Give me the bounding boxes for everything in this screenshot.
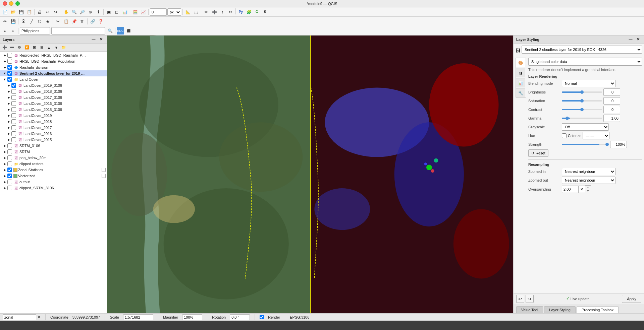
layer-item-pop-below[interactable]: ▶ 🖼 pop_below_20m xyxy=(0,155,107,161)
add-point-btn[interactable]: ⦿ xyxy=(20,18,27,25)
layer-check-rajshahi[interactable] xyxy=(7,65,12,70)
print-button[interactable]: 🖨 xyxy=(36,8,43,16)
save-as-button[interactable]: 📋 xyxy=(25,8,33,16)
saturation-spinbox[interactable] xyxy=(603,97,620,105)
zoom-out-button[interactable]: 🔎 xyxy=(78,8,86,16)
brightness-spinbox[interactable] xyxy=(603,88,620,96)
colorize-checkbox[interactable] xyxy=(562,133,567,138)
tab-renderer[interactable]: 🎨 xyxy=(516,58,525,67)
minimize-button[interactable] xyxy=(9,1,13,6)
layer-check-lc2019[interactable] xyxy=(11,113,16,118)
layer-expand-lc2017-3106[interactable]: ▶ xyxy=(7,95,11,100)
pan-button[interactable]: ✋ xyxy=(62,8,70,16)
rotation-input[interactable] xyxy=(230,314,250,320)
snap-value-input[interactable] xyxy=(150,8,167,16)
snap-unit-select[interactable]: px m km xyxy=(167,8,181,16)
layer-expand-vectorized[interactable]: ▶ xyxy=(3,174,7,178)
layer-check-clipped-rasters[interactable] xyxy=(7,161,12,166)
layer-expand-srtm[interactable]: ▶ xyxy=(3,149,7,154)
layer-expand-landcover[interactable]: ▼ xyxy=(3,77,7,82)
layer-expand-clipped-rasters[interactable]: ▶ xyxy=(3,161,7,166)
layer-check-hrsl[interactable] xyxy=(7,59,12,64)
undo-button[interactable]: ↩ xyxy=(44,8,51,16)
layer-check-output[interactable] xyxy=(7,180,12,184)
calculator-button[interactable]: 🧮 xyxy=(131,8,139,16)
layer-check-lc2016[interactable] xyxy=(11,131,16,136)
search-input[interactable]: Search for... xyxy=(51,27,105,35)
layer-item-lc2018[interactable]: ▶ 🖼 LandCover_2018 xyxy=(0,119,107,125)
layer-check-srtm[interactable] xyxy=(7,149,12,154)
status-search-input[interactable] xyxy=(3,314,36,320)
map-area[interactable] xyxy=(107,36,513,313)
statistics-button[interactable]: 📈 xyxy=(140,8,147,16)
colorize-color-select[interactable]: — — xyxy=(583,132,609,139)
delete-feature-btn[interactable]: ✂ xyxy=(227,8,234,16)
layer-check-zonal-stats[interactable] xyxy=(7,168,12,172)
layers-panel-close[interactable]: ✕ xyxy=(98,36,104,43)
layer-check-lc2018-3106[interactable] xyxy=(11,89,16,94)
layer-item-vectorized[interactable]: ▶ Vectorized xyxy=(0,173,107,179)
edit-btn[interactable]: ✏ xyxy=(1,18,9,25)
layer-expand-lc2018[interactable]: ▶ xyxy=(7,119,11,124)
blending-mode-select[interactable]: Normal Multiply Screen Overlay xyxy=(562,80,615,87)
redo-button[interactable]: ↪ xyxy=(52,8,59,16)
measure-button[interactable]: 📐 xyxy=(184,8,192,16)
search-button[interactable]: 🔍 xyxy=(106,27,114,35)
layer-expand-output[interactable]: ▶ xyxy=(3,180,7,184)
raster-calc-btn[interactable]: Σ xyxy=(1,27,9,35)
layer-item-lc2015-3106[interactable]: ▶ 🖼 LandCover_2015_3106 xyxy=(0,107,107,113)
layer-expand-hrsl[interactable]: ▶ xyxy=(3,59,7,64)
layer-expand-sentinel[interactable]: ▼ xyxy=(3,71,7,76)
layer-item-lc2018-3106[interactable]: ▶ 🖼 LandCover_2018_3106 xyxy=(0,88,107,94)
oversampling-input[interactable] xyxy=(562,186,579,193)
move-layer-down-btn[interactable]: ▼ xyxy=(53,44,60,51)
layer-check-pop-below[interactable] xyxy=(7,155,12,160)
layer-item-rajshahi[interactable]: ▶ 🔷 Rajshahi_division xyxy=(0,64,107,70)
layer-item-lc2016-3106[interactable]: ▶ 🖼 LandCover_2016_3106 xyxy=(0,101,107,107)
layer-check-landcover[interactable] xyxy=(7,77,12,82)
region-input[interactable] xyxy=(20,27,50,35)
undo-styling-button[interactable]: ↩ xyxy=(516,295,524,303)
layer-item-sentinel[interactable]: ▼ 🖼 Sentinel-2 cloudless layer for 2019 … xyxy=(0,70,107,76)
cut-feature-btn[interactable]: ✂ xyxy=(54,18,62,25)
saga-btn[interactable]: S xyxy=(261,8,269,16)
tab-value-tool[interactable]: Value Tool xyxy=(516,306,543,313)
layer-item-reprojected[interactable]: ▶ 🖼 Reprojected_HRSL_BGD_Rajshahi_Popula… xyxy=(0,52,107,58)
new-project-button[interactable]: 📄 xyxy=(1,8,9,16)
layer-check-lc2017-3106[interactable] xyxy=(11,95,16,100)
layer-item-srtm3106[interactable]: ▶ 🖼 SRTM_3106 xyxy=(0,143,107,149)
maximize-button[interactable] xyxy=(15,1,20,6)
layer-item-zonal-stats[interactable]: ▶ Zonal Statistics xyxy=(0,167,107,173)
layer-check-lc2019-3106[interactable] xyxy=(11,83,16,88)
zoomed-out-select[interactable]: Nearest neighbour Bilinear Cubic Cubic s… xyxy=(562,177,615,184)
layer-check-lc2018[interactable] xyxy=(11,119,16,124)
strength-slider[interactable] xyxy=(562,144,609,145)
reset-button[interactable]: ↺ Reset xyxy=(528,149,548,157)
layer-expand-rajshahi[interactable]: ▶ xyxy=(3,65,7,70)
layer-expand-lc2019-3106[interactable]: ▶ xyxy=(7,83,11,88)
paste-feature-btn[interactable]: 📌 xyxy=(70,18,78,25)
move-feature-btn[interactable]: ↕ xyxy=(219,8,226,16)
render-checkbox[interactable] xyxy=(260,315,264,319)
layer-item-lc2017[interactable]: ▶ 🖼 LandCover_2017 xyxy=(0,125,107,131)
vertex-tool-btn[interactable]: ◈ xyxy=(44,18,51,25)
filter-layers-btn[interactable]: 🔽 xyxy=(23,44,30,51)
contrast-spinbox[interactable] xyxy=(603,106,620,113)
tab-layer-styling[interactable]: Layer Styling xyxy=(544,306,576,313)
strength-input[interactable] xyxy=(610,141,627,148)
georef-btn[interactable]: ⊞ xyxy=(9,27,17,35)
layer-item-lc2016[interactable]: ▶ 🖼 LandCover_2016 xyxy=(0,131,107,137)
layer-check-lc2016-3106[interactable] xyxy=(11,101,16,106)
tab-processing-toolbox[interactable]: Processing Toolbox xyxy=(577,306,619,313)
layer-item-srtm[interactable]: ▶ 🖼 SRTM xyxy=(0,149,107,155)
oversampling-clear-btn[interactable]: ✕ xyxy=(579,186,585,193)
layer-check-srtm3106[interactable] xyxy=(7,143,12,148)
layer-expand-lc2015-3106[interactable]: ▶ xyxy=(7,107,11,112)
identify-button[interactable]: ℹ xyxy=(95,8,102,16)
map-split-divider[interactable] xyxy=(310,36,311,313)
zoom-in-button[interactable]: 🔍 xyxy=(70,8,78,16)
zoom-full-button[interactable]: ⊕ xyxy=(87,8,94,16)
measure-area-button[interactable]: ⬚ xyxy=(192,8,200,16)
scale-input[interactable] xyxy=(123,314,153,320)
add-layer-btn[interactable]: ➕ xyxy=(1,44,8,51)
